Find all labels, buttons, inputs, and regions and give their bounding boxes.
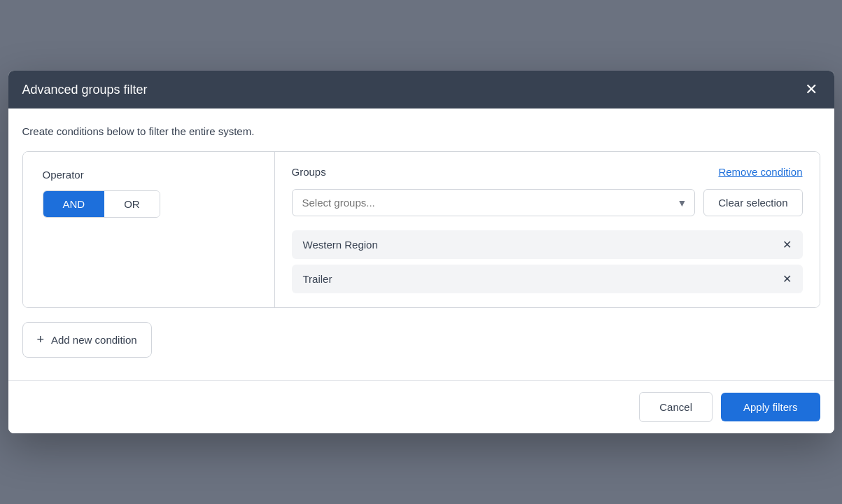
remove-condition-button[interactable]: Remove condition (718, 166, 802, 178)
condition-type-label: Groups (292, 166, 326, 178)
add-condition-button[interactable]: + Add new condition (22, 322, 152, 358)
modal-description: Create conditions below to filter the en… (22, 125, 820, 137)
selected-item-label: Western Region (303, 239, 378, 251)
or-button[interactable]: OR (104, 191, 160, 217)
remove-western-region-button[interactable]: ✕ (783, 239, 792, 251)
selected-items-list: Western Region ✕ Trailer ✕ (292, 230, 803, 293)
select-wrapper: ▼ (292, 189, 696, 216)
add-condition-label: Add new condition (51, 334, 137, 346)
remove-trailer-button[interactable]: ✕ (783, 274, 792, 285)
plus-icon: + (37, 332, 45, 347)
modal-body: Create conditions below to filter the en… (8, 108, 834, 380)
modal-title: Advanced groups filter (22, 83, 148, 97)
groups-select-input[interactable] (292, 189, 696, 216)
operator-label: Operator (43, 169, 255, 181)
modal-header: Advanced groups filter ✕ (8, 71, 834, 108)
operator-toggle: AND OR (43, 190, 160, 218)
condition-panel: Groups Remove condition ▼ Clear selectio… (275, 152, 820, 307)
select-row: ▼ Clear selection (292, 189, 803, 216)
list-item: Trailer ✕ (292, 265, 803, 293)
condition-box: Operator AND OR Groups Remove condition (22, 151, 820, 308)
close-button[interactable]: ✕ (802, 82, 820, 97)
selected-item-label: Trailer (303, 273, 332, 285)
modal-overlay: Advanced groups filter ✕ Create conditio… (0, 0, 842, 504)
apply-filters-button[interactable]: Apply filters (721, 393, 820, 421)
list-item: Western Region ✕ (292, 230, 803, 259)
cancel-button[interactable]: Cancel (639, 392, 713, 422)
condition-header: Groups Remove condition (292, 166, 803, 178)
modal-dialog: Advanced groups filter ✕ Create conditio… (8, 71, 834, 433)
modal-footer: Cancel Apply filters (8, 380, 834, 433)
and-button[interactable]: AND (43, 191, 105, 217)
operator-panel: Operator AND OR (23, 152, 275, 307)
clear-selection-button[interactable]: Clear selection (703, 189, 802, 216)
